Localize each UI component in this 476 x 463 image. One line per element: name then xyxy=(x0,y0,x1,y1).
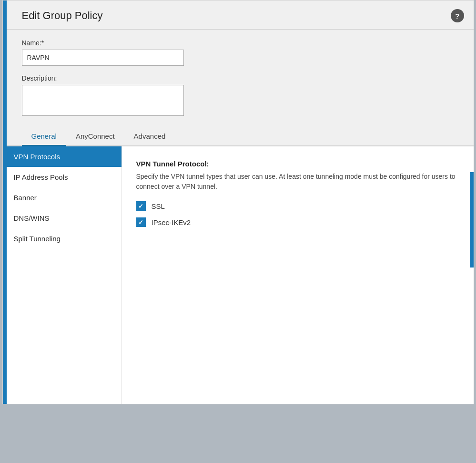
modal-container: Edit Group Policy ? Name:* Description: … xyxy=(2,0,474,404)
ssl-label: SSL xyxy=(152,202,165,210)
description-group: Description: xyxy=(22,74,455,118)
name-input[interactable] xyxy=(22,50,184,66)
ipsec-ikev2-label: IPsec-IKEv2 xyxy=(152,218,191,226)
sidebar-item-split-tunneling[interactable]: Split Tunneling xyxy=(3,228,122,249)
vpn-protocol-title: VPN Tunnel Protocol: xyxy=(136,160,459,168)
ipsec-ikev2-checkbox[interactable] xyxy=(136,217,146,227)
tab-advanced[interactable]: Advanced xyxy=(124,126,175,146)
sidebar-item-banner[interactable]: Banner xyxy=(3,187,122,208)
name-label: Name:* xyxy=(22,39,455,47)
sidebar-item-ip-address-pools[interactable]: IP Address Pools xyxy=(3,167,122,187)
main-content: VPN Tunnel Protocol: Specify the VPN tun… xyxy=(122,146,474,404)
help-icon[interactable]: ? xyxy=(451,9,464,22)
ipsec-checkbox-row: IPsec-IKEv2 xyxy=(136,217,459,227)
description-input[interactable] xyxy=(22,85,184,116)
tab-general[interactable]: General xyxy=(22,126,66,146)
ssl-checkbox-row: SSL xyxy=(136,201,459,211)
sidebar-item-vpn-protocols[interactable]: VPN Protocols xyxy=(3,146,122,167)
page-title: Edit Group Policy xyxy=(22,10,103,22)
left-accent xyxy=(3,0,7,404)
modal-header: Edit Group Policy ? xyxy=(3,0,474,30)
form-section: Name:* Description: xyxy=(3,30,474,118)
right-scrollbar[interactable] xyxy=(470,172,474,268)
ssl-checkbox[interactable] xyxy=(136,201,146,211)
content-area: VPN Protocols IP Address Pools Banner DN… xyxy=(3,146,474,404)
tabs-bar: General AnyConnect Advanced xyxy=(3,126,474,146)
sidebar-item-dns-wins[interactable]: DNS/WINS xyxy=(3,208,122,228)
vpn-protocol-description: Specify the VPN tunnel types that user c… xyxy=(136,172,459,192)
description-label: Description: xyxy=(22,74,455,82)
name-group: Name:* xyxy=(22,39,455,66)
tab-anyconnect[interactable]: AnyConnect xyxy=(66,126,124,146)
sidebar: VPN Protocols IP Address Pools Banner DN… xyxy=(3,146,122,404)
